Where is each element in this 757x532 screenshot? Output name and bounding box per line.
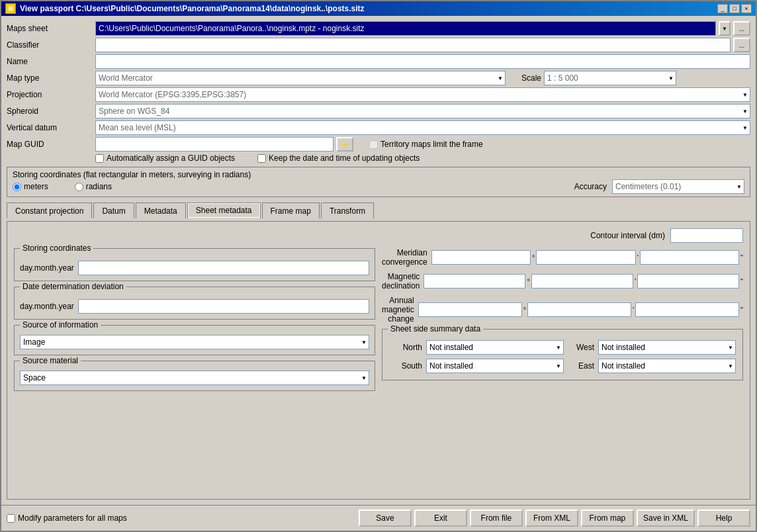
- storing-coords-group: Storing coordinates day.month.year 16.08…: [14, 248, 375, 281]
- tab-sheet-metadata[interactable]: Sheet metadata: [187, 202, 261, 218]
- maps-sheet-value[interactable]: C:\Users\Public\Documents\Panorama\Panor…: [95, 21, 716, 36]
- maps-sheet-row: Maps sheet C:\Users\Public\Documents\Pan…: [7, 21, 750, 36]
- storing-coords-title: Storing coordinates: [20, 244, 93, 253]
- day-month-year-label-1: day.month.year: [20, 263, 74, 273]
- mc-min-input[interactable]: [536, 250, 635, 265]
- north-select[interactable]: Not installed: [426, 340, 564, 355]
- auto-assign-checkbox[interactable]: [95, 154, 104, 163]
- source-material-select[interactable]: Space: [20, 371, 369, 385]
- classifier-input[interactable]: map5000m.rscz: [95, 38, 731, 52]
- name-input[interactable]: Ногинск: [95, 54, 750, 69]
- mc-sec-symbol: ": [740, 253, 743, 261]
- radio-radians[interactable]: [75, 183, 83, 191]
- mc-dms-inputs: ° ' ": [431, 250, 743, 265]
- source-info-select-wrapper: Image: [20, 335, 369, 349]
- checkboxes-row: Automatically assign a GUID objects Keep…: [7, 154, 750, 163]
- md-deg-symbol: °: [527, 277, 529, 285]
- help-button[interactable]: Help: [697, 510, 750, 527]
- maximize-button[interactable]: □: [729, 4, 740, 13]
- tab-metadata[interactable]: Metadata: [136, 202, 186, 218]
- name-row: Name Ногинск: [7, 54, 750, 69]
- scale-select[interactable]: 1 : 5 000: [544, 71, 676, 85]
- am-deg-input[interactable]: [418, 302, 522, 317]
- from-xml-button[interactable]: From XML: [525, 510, 578, 527]
- south-label: South: [389, 361, 422, 371]
- territory-maps-checkbox[interactable]: [369, 140, 378, 149]
- date-dev-input[interactable]: 16.08.2019: [78, 299, 369, 314]
- generate-guid-button[interactable]: ⚡: [336, 137, 353, 152]
- vertical-datum-label: Vertical datum: [7, 123, 93, 132]
- source-material-select-wrapper: Space: [20, 371, 369, 385]
- maps-sheet-dropdown[interactable]: ▼: [719, 21, 731, 36]
- title-bar-left: ⊞ View passport C:\Users\Public\Document…: [5, 3, 365, 14]
- date-dev-title: Date determination deviation: [20, 282, 126, 291]
- from-file-button[interactable]: From file: [470, 510, 523, 527]
- exit-button[interactable]: Exit: [414, 510, 467, 527]
- title-buttons: _ □ ×: [717, 4, 752, 13]
- contour-interval-label: Contour interval (dm): [590, 231, 665, 240]
- projection-select[interactable]: World Mercator (EPSG:3395,EPSG:3857): [95, 87, 750, 102]
- minimize-button[interactable]: _: [717, 4, 728, 13]
- am-sec-input[interactable]: [635, 302, 739, 317]
- save-button[interactable]: Save: [359, 510, 412, 527]
- date-dev-row: day.month.year 16.08.2019: [20, 299, 369, 314]
- keep-date-checkbox[interactable]: [257, 154, 266, 163]
- md-deg-input[interactable]: [423, 274, 525, 288]
- am-dms-inputs: ° ' ": [418, 302, 743, 317]
- md-min-symbol: ': [635, 277, 636, 285]
- tab-transform[interactable]: Transform: [321, 202, 374, 218]
- right-column: Meridian convergence ° ' ": [382, 248, 743, 391]
- magnetic-declination-label: Magnetic declination: [382, 272, 420, 290]
- tab-content: Contour interval (dm) Storing coordinate…: [7, 221, 750, 500]
- contour-interval-input[interactable]: [670, 228, 743, 243]
- md-sec-input[interactable]: [637, 274, 739, 288]
- south-row: South Not installed East Not installed: [389, 359, 736, 373]
- mc-deg-symbol: °: [532, 253, 535, 261]
- vertical-datum-select[interactable]: Mean sea level (MSL): [95, 120, 750, 135]
- tab-datum[interactable]: Datum: [93, 202, 134, 218]
- west-select-wrapper: Not installed: [598, 340, 736, 355]
- source-info-select[interactable]: Image: [20, 335, 369, 349]
- storing-date-input[interactable]: 16.08.2019: [78, 261, 369, 275]
- radio-radians-label: radians: [86, 182, 112, 191]
- meridian-convergence-label: Meridian convergence: [382, 248, 427, 267]
- south-select[interactable]: Not installed: [426, 359, 564, 373]
- south-select-wrapper: Not installed: [426, 359, 564, 373]
- mc-sec-input[interactable]: [640, 250, 739, 265]
- maps-sheet-browse-button[interactable]: ...: [733, 21, 750, 36]
- north-row: North Not installed West Not installed: [389, 340, 736, 355]
- tab-frame-map[interactable]: Frame map: [262, 202, 320, 218]
- from-map-button[interactable]: From map: [581, 510, 634, 527]
- storing-date-row: day.month.year 16.08.2019: [20, 261, 369, 275]
- annual-magnetic-row: Annual magnetic change ° ' ": [382, 296, 743, 324]
- projection-label: Projection: [7, 90, 93, 99]
- save-xml-button[interactable]: Save in XML: [637, 510, 695, 527]
- mc-deg-input[interactable]: [431, 250, 531, 265]
- north-label: North: [389, 343, 422, 352]
- am-min-input[interactable]: [527, 302, 631, 317]
- map-type-select[interactable]: World Mercator: [95, 71, 506, 85]
- spheroid-label: Spheroid: [7, 107, 93, 116]
- classifier-browse-button[interactable]: ...: [733, 38, 750, 52]
- sheet-side-section: Sheet side summary data North Not instal…: [382, 329, 743, 380]
- close-button[interactable]: ×: [741, 4, 752, 13]
- west-select[interactable]: Not installed: [598, 340, 736, 355]
- modify-params-checkbox[interactable]: [7, 514, 15, 523]
- accuracy-select[interactable]: Centimeters (0.01): [612, 179, 744, 194]
- territory-maps-checkbox-row: Territory maps limit the frame: [369, 140, 483, 149]
- north-select-wrapper: Not installed: [426, 340, 564, 355]
- map-guid-label: Map GUID: [7, 140, 93, 149]
- main-content: Maps sheet C:\Users\Public\Documents\Pan…: [1, 16, 756, 505]
- md-min-input[interactable]: [531, 274, 633, 288]
- tab-constant-projection[interactable]: Constant projection: [7, 202, 92, 218]
- projection-row: Projection World Mercator (EPSG:3395,EPS…: [7, 87, 750, 102]
- radio-meters[interactable]: [13, 183, 21, 191]
- source-material-group: Source material Space: [14, 361, 375, 391]
- map-guid-input[interactable]: [95, 137, 334, 152]
- territory-maps-label: Territory maps limit the frame: [380, 140, 483, 149]
- east-select[interactable]: Not installed: [598, 359, 736, 373]
- annual-magnetic-label: Annual magnetic change: [382, 296, 414, 324]
- meridian-convergence-row: Meridian convergence ° ' ": [382, 248, 743, 267]
- spheroid-select[interactable]: Sphere on WGS_84: [95, 104, 750, 118]
- keep-date-checkbox-row: Keep the date and time of updating objec…: [257, 154, 420, 163]
